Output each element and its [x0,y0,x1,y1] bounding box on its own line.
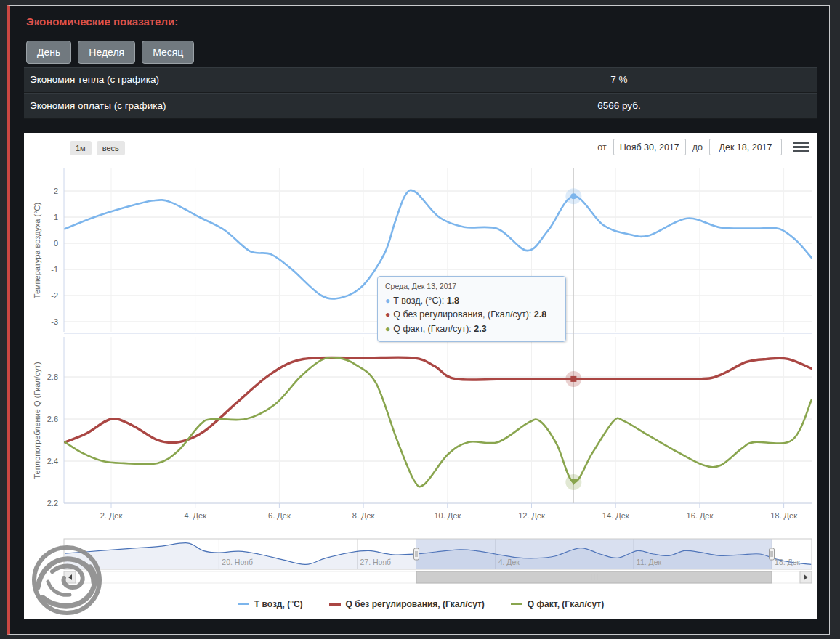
legend-item-0[interactable]: Т возд, (°C) [238,599,303,609]
y-tick-label: -3 [51,317,58,326]
navigator-date-label: 27. Нояб [360,558,391,566]
point-marker-square[interactable] [570,376,576,382]
period-button-1[interactable]: Неделя [78,41,135,64]
legend-label: Т возд, (°C) [254,599,303,609]
y-tick-label: 2.8 [47,373,58,381]
to-date-input[interactable] [709,139,782,155]
row-value: 6566 руб. [421,94,817,118]
legend-item-2[interactable]: Q факт, (Гкал/сут) [511,599,604,609]
y-tick-label: 0 [54,239,58,248]
main-chart-svg[interactable]: 210-1-2-32.82.62.42.22. Дек4. Дек6. Дек8… [24,133,817,619]
navigator-date-label: 4. Дек [498,558,520,566]
legend-item-1[interactable]: Q без регулирования, (Гкал/сут) [329,599,485,609]
zoom-range-button-0[interactable]: 1м [70,141,92,155]
y-tick-label: 2.4 [47,457,58,465]
navigator-date-label: 20. Нояб [222,558,253,566]
point-marker-circle[interactable] [570,193,576,199]
y-axis-title-bottom: Теплопотребление Q (Гкал/сут) [33,362,41,479]
y-tick-label: 2 [54,187,58,195]
x-tick-label: 10. Дек [434,511,461,520]
y-tick-label: 1 [54,213,58,221]
chart-menu-hamburger-icon[interactable] [793,142,809,152]
navigator-date-label: 18. Дек [775,558,800,566]
company-logo-watermark [31,544,103,616]
y-axis-title-top: Температура воздуха (°C) [33,203,41,298]
chart-legend: Т возд, (°C)Q без регулирования, (Гкал/с… [24,599,817,609]
y-tick-label: 2.2 [47,499,58,508]
main-panel: Экономические показатели: ДеньНеделяМеся… [7,5,830,635]
range-selector: 1мвесь [70,141,125,155]
x-tick-label: 8. Дек [352,511,375,520]
x-tick-label: 14. Дек [602,511,629,520]
legend-line-icon [329,603,341,606]
navigator-date-label: 11. Дек [637,558,662,566]
table-row: Экономия тепла (с графика)7 % [24,67,817,93]
period-button-2[interactable]: Месяц [142,41,194,64]
legend-label: Q факт, (Гкал/сут) [528,599,604,609]
legend-label: Q без регулирования, (Гкал/сут) [346,599,485,609]
y-tick-label: -1 [51,265,58,274]
x-tick-label: 12. Дек [518,511,545,520]
chart-panel: 210-1-2-32.82.62.42.22. Дек4. Дек6. Дек8… [24,133,817,619]
x-tick-label: 4. Дек [184,511,206,520]
date-range-controls: от до [597,139,809,155]
legend-line-icon [238,603,249,605]
table-row: Экономия оплаты (с графика)6566 руб. [24,93,817,119]
zoom-range-button-1[interactable]: весь [97,141,125,155]
x-tick-label: 16. Дек [687,511,714,520]
y-tick-label: 2.6 [47,415,58,423]
to-label: до [692,142,703,152]
row-value: 7 % [421,68,817,92]
navigator-handle-left[interactable] [414,548,419,560]
from-date-input[interactable] [613,139,686,155]
page-title: Экономические показатели: [26,15,178,28]
from-label: от [597,142,606,152]
y-tick-label: -2 [51,291,58,300]
x-tick-label: 2. Дек [100,511,123,520]
period-button-0[interactable]: День [26,41,71,64]
navigator-handle-right[interactable] [770,548,775,560]
x-tick-label: 18. Дек [770,511,797,520]
period-buttons: ДеньНеделяМесяц [26,41,194,64]
navigator-selected-mask[interactable] [416,539,772,569]
x-tick-label: 6. Дек [268,511,291,520]
economy-table: Экономия тепла (с графика)7 %Экономия оп… [24,67,817,119]
legend-line-icon [511,603,522,605]
